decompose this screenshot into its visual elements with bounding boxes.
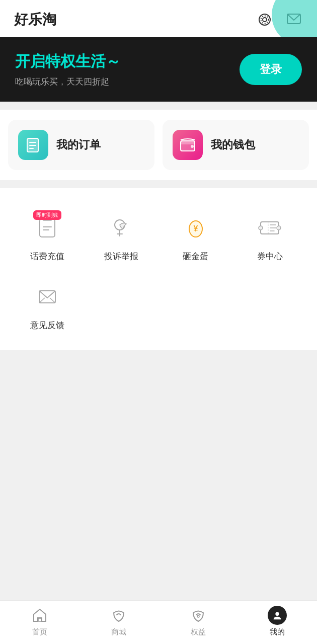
message-icon[interactable] xyxy=(285,11,303,29)
recharge-badge: 即时到账 xyxy=(33,210,61,220)
svg-point-10 xyxy=(191,145,194,148)
settings-icon[interactable] xyxy=(256,11,274,29)
svg-text:¥: ¥ xyxy=(193,224,198,233)
feedback-icon-wrap xyxy=(29,278,65,314)
menu-item-feedback[interactable]: 意见反馈 xyxy=(10,271,85,335)
app-logo: 好乐淘 xyxy=(14,10,56,29)
svg-point-2 xyxy=(261,16,269,24)
grid-row-2: 意见反馈 xyxy=(10,271,307,335)
header: 好乐淘 xyxy=(0,0,317,37)
mine-label: 我的 xyxy=(270,627,285,637)
svg-point-21 xyxy=(259,226,263,230)
nav-item-shop[interactable]: 商城 xyxy=(80,606,159,637)
menu-item-coupon[interactable]: 券中心 xyxy=(233,202,307,266)
my-orders-card[interactable]: 我的订单 xyxy=(8,120,154,170)
benefits-icon xyxy=(189,606,208,625)
egg-label: 砸金蛋 xyxy=(183,251,208,262)
shop-label: 商城 xyxy=(111,627,126,637)
banner-subtext: 吃喝玩乐买，天天四折起 xyxy=(15,76,121,88)
svg-point-32 xyxy=(276,612,279,616)
grid-menu-section: 即时到账 话费充值 投诉举报 xyxy=(0,188,317,350)
feedback-label: 意见反馈 xyxy=(30,319,64,331)
svg-point-31 xyxy=(197,615,199,617)
promo-banner: 开启特权生活～ 吃喝玩乐买，天天四折起 登录 xyxy=(0,37,317,102)
grid-row-1: 即时到账 话费充值 投诉举报 xyxy=(10,202,307,266)
user-avatar xyxy=(268,606,287,625)
section-divider-2 xyxy=(0,180,317,188)
svg-rect-9 xyxy=(181,141,195,144)
complaint-label: 投诉举报 xyxy=(104,251,138,262)
banner-text: 开启特权生活～ 吃喝玩乐买，天天四折起 xyxy=(15,51,121,88)
svg-rect-30 xyxy=(38,618,41,621)
shop-icon xyxy=(109,606,128,625)
coupon-label: 券中心 xyxy=(257,251,283,262)
wallet-label: 我的钱包 xyxy=(211,137,255,152)
header-actions xyxy=(256,11,303,29)
orders-label: 我的订单 xyxy=(56,137,101,152)
main-spacer xyxy=(0,350,317,622)
quick-actions-section: 我的订单 我的钱包 xyxy=(0,110,317,180)
menu-item-complaint[interactable]: 投诉举报 xyxy=(85,202,159,266)
mine-icon xyxy=(268,606,287,625)
orders-icon xyxy=(18,130,48,160)
svg-rect-11 xyxy=(40,219,55,237)
nav-item-home[interactable]: 首页 xyxy=(0,606,80,637)
wallet-icon xyxy=(173,130,203,160)
coupon-icon-wrap xyxy=(252,209,288,246)
benefits-label: 权益 xyxy=(191,627,206,637)
my-wallet-card[interactable]: 我的钱包 xyxy=(163,120,309,170)
menu-item-recharge[interactable]: 即时到账 话费充值 xyxy=(10,202,85,266)
login-button[interactable]: 登录 xyxy=(240,54,302,85)
svg-point-22 xyxy=(277,226,281,230)
complaint-icon-wrap xyxy=(103,209,139,246)
recharge-icon-wrap: 即时到账 xyxy=(29,209,65,246)
home-label: 首页 xyxy=(32,627,47,637)
section-divider-1 xyxy=(0,102,317,110)
nav-item-mine[interactable]: 我的 xyxy=(238,606,318,637)
home-icon xyxy=(30,606,49,625)
egg-icon-wrap: ¥ xyxy=(178,209,214,246)
nav-item-benefits[interactable]: 权益 xyxy=(158,606,238,637)
bottom-navigation: 首页 商城 权益 xyxy=(0,600,317,644)
recharge-label: 话费充值 xyxy=(30,251,64,262)
banner-headline: 开启特权生活～ xyxy=(15,51,121,72)
svg-point-1 xyxy=(263,18,267,22)
menu-item-egg[interactable]: ¥ 砸金蛋 xyxy=(158,202,233,266)
